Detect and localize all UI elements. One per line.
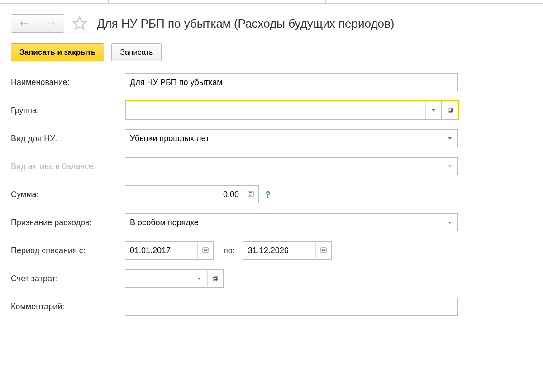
svg-rect-4 — [249, 192, 252, 193]
svg-point-10 — [252, 195, 252, 196]
period-to-input[interactable] — [243, 241, 315, 260]
svg-rect-13 — [204, 250, 205, 251]
recognition-label: Признание расходов: — [11, 218, 125, 227]
type-nu-dropdown-button[interactable] — [442, 129, 458, 147]
group-label: Группа: — [11, 106, 125, 115]
save-and-close-button[interactable]: Записать и закрыть — [11, 43, 104, 61]
period-to-label: по: — [224, 246, 235, 255]
asset-type-label: Вид актива в балансе: — [11, 162, 125, 171]
name-input[interactable] — [125, 73, 458, 91]
calendar-icon — [320, 246, 327, 255]
period-from-label: Период списания с: — [11, 246, 125, 255]
cost-account-label: Счет затрат: — [11, 274, 125, 283]
amount-label: Сумма: — [11, 190, 125, 199]
group-dropdown-button[interactable] — [425, 101, 442, 119]
favorite-star-button[interactable] — [71, 15, 88, 32]
amount-calculator-button[interactable] — [243, 185, 259, 203]
svg-rect-15 — [206, 250, 207, 251]
type-nu-label: Вид для НУ: — [11, 134, 125, 143]
open-dialog-icon — [212, 275, 219, 282]
chevron-down-icon — [448, 165, 452, 168]
svg-rect-14 — [205, 250, 206, 251]
cost-account-input[interactable] — [125, 269, 191, 288]
toolbar: Записать и закрыть Записать — [11, 43, 532, 61]
calendar-icon — [202, 246, 209, 255]
nav-back-button[interactable]: 🡐 — [11, 15, 38, 32]
svg-point-7 — [252, 194, 252, 195]
name-label: Наименование: — [11, 78, 125, 87]
open-dialog-icon — [447, 107, 453, 113]
svg-point-5 — [249, 194, 250, 195]
asset-type-dropdown-button — [442, 157, 458, 175]
chevron-down-icon — [432, 109, 435, 112]
period-from-input[interactable] — [125, 241, 197, 260]
amount-input[interactable] — [125, 185, 243, 203]
page-title: Для НУ РБП по убыткам (Расходы будущих п… — [97, 17, 395, 31]
arrow-left-icon: 🡐 — [20, 19, 29, 28]
svg-rect-21 — [213, 277, 217, 281]
asset-type-input — [125, 157, 442, 175]
chevron-down-icon — [197, 278, 201, 280]
period-to-date-button[interactable] — [315, 241, 332, 260]
svg-rect-2 — [449, 108, 452, 112]
form-body: Записать и закрыть Записать Наименование… — [0, 43, 543, 336]
chevron-down-icon — [448, 137, 452, 140]
calculator-icon — [248, 191, 254, 198]
svg-point-6 — [250, 194, 251, 195]
chevron-down-icon — [448, 222, 452, 224]
form-header: 🡐 🡒 Для НУ РБП по убыткам (Расходы будущ… — [0, 4, 543, 43]
cost-account-open-button[interactable] — [207, 269, 224, 288]
arrow-right-icon: 🡒 — [47, 19, 56, 28]
svg-point-9 — [250, 195, 251, 196]
cost-account-dropdown-button[interactable] — [191, 269, 207, 288]
amount-help-link[interactable]: ? — [265, 189, 271, 200]
group-open-button[interactable] — [442, 101, 458, 119]
nav-forward-button[interactable]: 🡒 — [38, 15, 64, 32]
svg-rect-18 — [322, 250, 323, 251]
svg-rect-22 — [214, 276, 218, 280]
comment-label: Комментарий: — [11, 302, 125, 312]
tab-strip-placeholder — [0, 0, 543, 4]
recognition-dropdown-button[interactable] — [442, 213, 458, 231]
group-input[interactable] — [126, 101, 425, 119]
nav-buttons: 🡐 🡒 — [11, 14, 64, 33]
save-button[interactable]: Записать — [111, 43, 162, 61]
svg-rect-20 — [324, 250, 325, 251]
recognition-input[interactable] — [125, 213, 442, 231]
svg-rect-1 — [448, 109, 451, 113]
comment-input[interactable] — [125, 298, 458, 316]
star-icon — [72, 16, 87, 31]
svg-marker-0 — [73, 17, 86, 29]
svg-rect-19 — [323, 250, 324, 251]
period-from-date-button[interactable] — [197, 241, 214, 260]
svg-point-8 — [249, 195, 250, 196]
type-nu-input[interactable] — [125, 129, 442, 147]
